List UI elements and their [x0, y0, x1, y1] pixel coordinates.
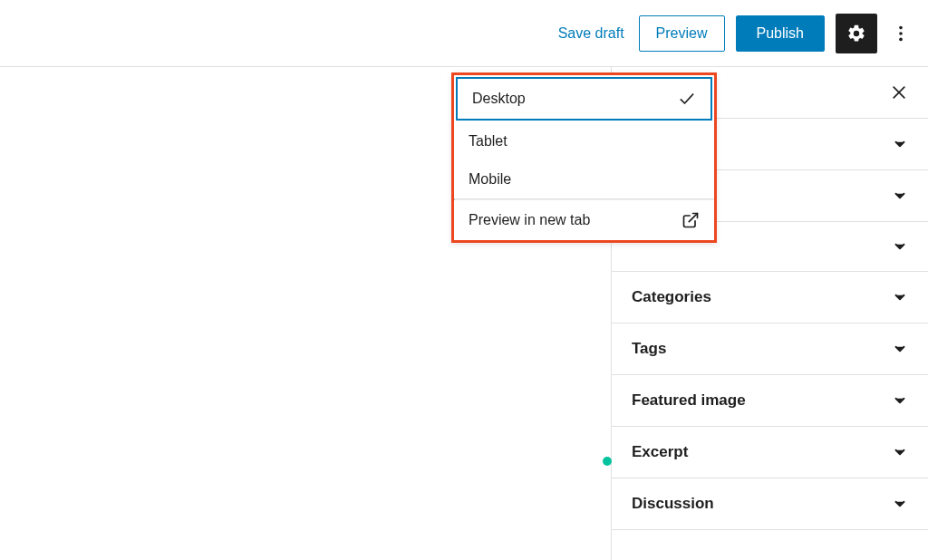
preview-new-tab[interactable]: Preview in new tab — [454, 200, 714, 240]
preview-option-label: Preview in new tab — [469, 212, 590, 228]
presence-indicator — [603, 457, 612, 466]
chevron-down-icon — [892, 238, 908, 255]
chevron-down-icon — [892, 289, 908, 305]
preview-option-mobile[interactable]: Mobile — [454, 160, 714, 198]
close-icon[interactable] — [890, 83, 908, 101]
preview-option-label: Desktop — [472, 91, 526, 107]
sidebar-panel-label: Categories — [632, 288, 711, 306]
save-draft-button[interactable]: Save draft — [555, 18, 628, 49]
chevron-down-icon — [892, 136, 908, 152]
chevron-down-icon — [892, 188, 908, 204]
more-options-button[interactable] — [888, 14, 914, 53]
sidebar-panel-featured-image[interactable]: Featured image — [612, 375, 928, 427]
sidebar-panel-tags[interactable]: Tags — [612, 323, 928, 375]
gear-icon — [846, 24, 866, 43]
settings-button[interactable] — [836, 14, 877, 53]
publish-button[interactable]: Publish — [736, 15, 825, 52]
sidebar-panel-discussion[interactable]: Discussion — [612, 478, 928, 530]
preview-button[interactable]: Preview — [639, 15, 725, 52]
preview-option-label: Tablet — [469, 133, 508, 150]
check-icon — [678, 90, 696, 108]
svg-point-1 — [899, 32, 903, 35]
preview-option-desktop[interactable]: Desktop — [456, 77, 712, 121]
chevron-down-icon — [892, 341, 908, 357]
sidebar-panel-categories[interactable]: Categories — [612, 272, 928, 323]
chevron-down-icon — [892, 392, 908, 409]
sidebar-panel-label: Tags — [632, 340, 666, 358]
preview-option-tablet[interactable]: Tablet — [454, 122, 714, 160]
svg-point-0 — [899, 25, 903, 29]
sidebar-panel-excerpt[interactable]: Excerpt — [612, 427, 928, 478]
preview-option-label: Mobile — [469, 171, 511, 188]
preview-dropdown: Desktop Tablet Mobile Preview in new tab — [451, 72, 717, 243]
chevron-down-icon — [892, 496, 908, 512]
svg-line-5 — [689, 214, 697, 222]
external-link-icon — [682, 211, 700, 229]
sidebar-panel-label: Excerpt — [632, 443, 688, 461]
sidebar-panel-label: Discussion — [632, 495, 714, 513]
more-vertical-icon — [891, 24, 911, 43]
svg-point-2 — [899, 37, 903, 41]
editor-top-bar: Save draft Preview Publish — [0, 0, 928, 67]
chevron-down-icon — [892, 444, 908, 460]
sidebar-panel-label: Featured image — [632, 391, 746, 410]
